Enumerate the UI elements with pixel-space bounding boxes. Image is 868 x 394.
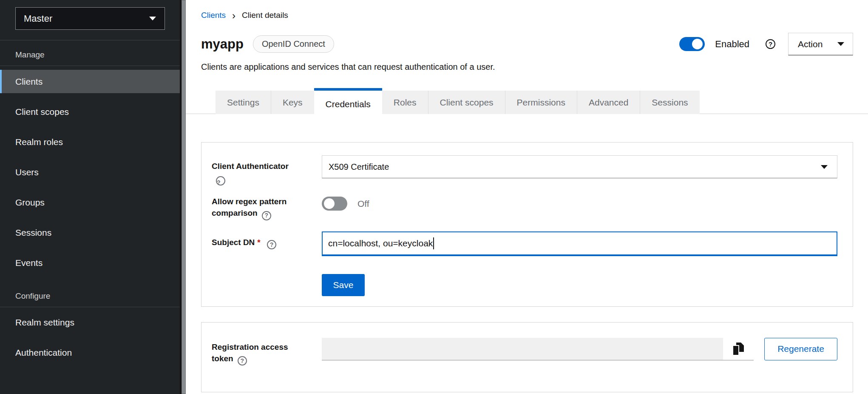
tab-credentials[interactable]: Credentials bbox=[314, 88, 382, 117]
sidebar: Master Manage Clients Client scopes Real… bbox=[0, 0, 180, 394]
regex-toggle-line: Off bbox=[322, 196, 837, 211]
tab-sessions[interactable]: Sessions bbox=[640, 91, 699, 114]
subject-dn-row: Subject DN* ? cn=localhost, ou=keycloak bbox=[212, 231, 837, 256]
sidebar-item-authentication[interactable]: Authentication bbox=[0, 337, 180, 368]
client-authenticator-select[interactable]: X509 Certificate bbox=[322, 155, 837, 178]
sidebar-divider bbox=[0, 40, 180, 40]
breadcrumb: Clients › Client details bbox=[201, 11, 853, 20]
registration-token-controls: Regenerate bbox=[322, 338, 837, 360]
sidebar-item-groups[interactable]: Groups bbox=[0, 187, 180, 217]
sidebar-configure-list: Realm settings Authentication bbox=[0, 307, 180, 368]
scrollbar-thumb[interactable] bbox=[182, 0, 186, 394]
help-icon[interactable]: ? bbox=[216, 176, 225, 186]
tab-settings[interactable]: Settings bbox=[216, 91, 271, 114]
subject-dn-value: cn=localhost, ou=keycloak bbox=[328, 238, 433, 248]
caret-down-icon bbox=[149, 17, 156, 20]
client-authenticator-value: X509 Certificate bbox=[329, 162, 389, 172]
tab-client-scopes[interactable]: Client scopes bbox=[428, 91, 505, 114]
main-content: Clients › Client details myapp OpenID Co… bbox=[186, 0, 868, 394]
help-icon[interactable]: ? bbox=[262, 211, 271, 220]
regex-label: Allow regex pattern comparison? bbox=[212, 196, 322, 220]
sidebar-scrollbar[interactable] bbox=[180, 0, 186, 394]
client-authenticator-row: Client Authenticator ? X509 Certificate bbox=[212, 155, 837, 186]
title-row: myapp OpenID Connect Enabled ? Action bbox=[201, 33, 853, 55]
required-asterisk: * bbox=[257, 238, 260, 247]
tab-roles[interactable]: Roles bbox=[382, 91, 428, 114]
regex-row: Allow regex pattern comparison? Off bbox=[212, 196, 837, 220]
sidebar-section-manage: Manage bbox=[15, 50, 180, 60]
save-row: Save bbox=[212, 256, 837, 296]
caret-down-icon bbox=[837, 42, 844, 46]
tab-permissions[interactable]: Permissions bbox=[505, 91, 577, 114]
page-subtitle: Clients are applications and services th… bbox=[201, 62, 853, 72]
protocol-badge: OpenID Connect bbox=[253, 35, 334, 53]
help-icon[interactable]: ? bbox=[238, 356, 247, 365]
subject-dn-input[interactable]: cn=localhost, ou=keycloak bbox=[322, 231, 837, 256]
header-actions: Enabled ? Action bbox=[679, 33, 853, 55]
registration-token-label: Registration access token? bbox=[212, 338, 322, 366]
copy-button[interactable] bbox=[723, 338, 754, 360]
registration-token-input[interactable] bbox=[322, 338, 723, 360]
action-dropdown[interactable]: Action bbox=[788, 33, 853, 55]
regex-toggle-state: Off bbox=[357, 199, 369, 209]
caret-down-icon bbox=[821, 165, 828, 169]
enabled-toggle[interactable] bbox=[679, 37, 705, 51]
tab-bar: Settings Keys Credentials Roles Client s… bbox=[186, 88, 868, 114]
help-icon[interactable]: ? bbox=[267, 240, 276, 249]
toggle-knob bbox=[692, 39, 703, 49]
subject-dn-label: Subject DN* ? bbox=[212, 231, 322, 250]
sidebar-divider bbox=[0, 66, 180, 66]
tab-keys[interactable]: Keys bbox=[271, 91, 314, 114]
sidebar-item-clients[interactable]: Clients bbox=[0, 70, 180, 93]
enabled-label: Enabled bbox=[715, 39, 749, 50]
sidebar-item-realm-roles[interactable]: Realm roles bbox=[0, 127, 180, 157]
chevron-right-icon: › bbox=[232, 11, 235, 20]
credentials-card: Client Authenticator ? X509 Certificate … bbox=[201, 142, 853, 307]
sidebar-item-client-scopes[interactable]: Client scopes bbox=[0, 97, 180, 127]
action-dropdown-label: Action bbox=[798, 39, 823, 49]
realm-selector[interactable]: Master bbox=[15, 7, 165, 30]
save-button[interactable]: Save bbox=[322, 274, 365, 296]
regex-toggle[interactable] bbox=[322, 197, 347, 211]
registration-token-card: Registration access token? Regenerate bbox=[201, 322, 853, 393]
toggle-knob bbox=[324, 198, 335, 209]
page-title: myapp bbox=[201, 37, 244, 52]
registration-token-row: Registration access token? Regenerate bbox=[212, 338, 837, 366]
sidebar-item-events[interactable]: Events bbox=[0, 248, 180, 278]
copy-icon bbox=[732, 342, 744, 356]
regenerate-button[interactable]: Regenerate bbox=[764, 338, 837, 360]
text-cursor bbox=[433, 237, 434, 249]
help-icon[interactable]: ? bbox=[766, 39, 775, 49]
breadcrumb-current: Client details bbox=[242, 11, 288, 20]
sidebar-section-configure: Configure bbox=[15, 291, 180, 301]
tab-advanced[interactable]: Advanced bbox=[577, 91, 640, 114]
realm-selector-label: Master bbox=[24, 13, 52, 24]
client-authenticator-label: Client Authenticator ? bbox=[212, 155, 322, 186]
breadcrumb-clients-link[interactable]: Clients bbox=[201, 11, 226, 20]
sidebar-item-realm-settings[interactable]: Realm settings bbox=[0, 307, 180, 337]
sidebar-item-sessions[interactable]: Sessions bbox=[0, 217, 180, 248]
sidebar-item-users[interactable]: Users bbox=[0, 157, 180, 187]
sidebar-manage-list: Clients Client scopes Realm roles Users … bbox=[0, 70, 180, 278]
